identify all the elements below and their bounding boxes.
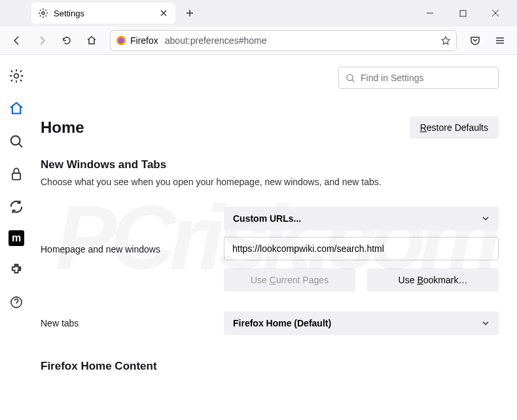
homepage-dropdown-value: Custom URLs... — [233, 213, 301, 224]
section-home-content-title: Firefox Home Content — [41, 360, 499, 373]
tab-title: Settings — [54, 9, 158, 18]
homepage-dropdown[interactable]: Custom URLs... — [224, 207, 499, 230]
homepage-label: Homepage and new windows — [41, 244, 224, 254]
sidebar-general[interactable] — [7, 67, 26, 85]
search-icon — [346, 73, 355, 83]
use-bookmark-button[interactable]: Use Bookmark… — [367, 268, 499, 292]
newtabs-dropdown-value: Firefox Home (Default) — [233, 318, 331, 328]
svg-point-3 — [118, 38, 124, 43]
sidebar: m — [0, 55, 33, 420]
home-button[interactable] — [81, 30, 102, 51]
sidebar-help[interactable] — [7, 293, 26, 311]
main-content: PCrisk.com Home Restore Defaults New Win… — [33, 55, 517, 420]
url-bar[interactable]: Firefoxabout:preferences#home — [110, 30, 457, 51]
sidebar-privacy[interactable] — [7, 165, 26, 183]
menu-button[interactable] — [490, 30, 510, 51]
toolbar: Firefoxabout:preferences#home — [0, 26, 517, 55]
svg-point-7 — [16, 264, 18, 266]
settings-search[interactable] — [338, 67, 499, 89]
new-tab-button[interactable] — [181, 4, 199, 22]
newtabs-dropdown[interactable]: Firefox Home (Default) — [224, 311, 499, 335]
maximize-button[interactable] — [453, 3, 472, 23]
use-current-pages-button[interactable]: Use Current Pages — [224, 268, 355, 292]
url-text: Firefoxabout:preferences#home — [130, 35, 266, 46]
forward-button[interactable] — [31, 30, 52, 51]
newtabs-label: New tabs — [41, 318, 224, 328]
chevron-down-icon — [482, 319, 490, 327]
browser-tab[interactable]: Settings — [31, 3, 175, 24]
bookmark-star-icon[interactable] — [440, 35, 451, 46]
settings-search-input[interactable] — [361, 73, 491, 83]
titlebar: Settings — [0, 0, 517, 26]
sidebar-search[interactable] — [7, 132, 26, 150]
section-windows-tabs-title: New Windows and Tabs — [41, 158, 499, 171]
minimize-button[interactable] — [420, 3, 440, 23]
svg-point-0 — [42, 12, 45, 14]
section-windows-tabs-desc: Choose what you see when you open your h… — [41, 177, 499, 187]
svg-point-4 — [14, 74, 19, 79]
svg-rect-6 — [12, 173, 20, 180]
window-controls — [420, 3, 512, 23]
page-title: Home — [41, 118, 84, 137]
pocket-button[interactable] — [465, 30, 486, 51]
svg-point-5 — [11, 136, 20, 145]
gear-icon — [38, 8, 48, 18]
svg-point-10 — [347, 74, 353, 80]
reload-button[interactable] — [56, 30, 77, 51]
close-window-button[interactable] — [486, 3, 505, 23]
chevron-down-icon — [482, 215, 490, 222]
sidebar-home[interactable] — [7, 99, 26, 118]
sidebar-extensions[interactable] — [7, 260, 26, 279]
svg-point-8 — [19, 268, 21, 270]
svg-rect-1 — [460, 10, 466, 16]
close-tab-button[interactable] — [158, 8, 169, 18]
firefox-icon — [116, 35, 126, 46]
sidebar-sync[interactable] — [7, 198, 26, 216]
sidebar-mozilla[interactable]: m — [9, 230, 24, 246]
homepage-url-input[interactable] — [224, 237, 499, 260]
restore-defaults-button[interactable]: Restore Defaults — [410, 116, 499, 139]
back-button[interactable] — [7, 30, 27, 51]
